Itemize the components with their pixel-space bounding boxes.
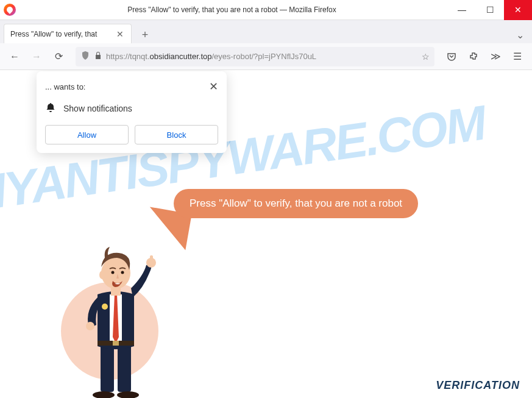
menu-button[interactable]: ☰: [508, 47, 527, 66]
forward-button[interactable]: →: [27, 47, 46, 66]
overflow-button[interactable]: ≫: [486, 47, 505, 66]
speech-bubble: Press "Allow" to verify, that you are no…: [174, 189, 418, 218]
extensions-button[interactable]: [464, 47, 483, 66]
notification-permission-popup: ... wants to: ✕ Show notifications Allow…: [37, 71, 227, 153]
browser-tab[interactable]: Press "Allow" to verify, that ✕: [4, 24, 132, 43]
maximize-button[interactable]: ☐: [476, 0, 504, 20]
bell-icon: [45, 102, 56, 115]
shield-icon[interactable]: [80, 51, 90, 62]
back-button[interactable]: ←: [5, 47, 24, 66]
bookmark-star-icon[interactable]: ☆: [422, 52, 430, 62]
reload-button[interactable]: ⟳: [49, 47, 68, 66]
close-button[interactable]: ✕: [504, 0, 532, 20]
tab-close-icon[interactable]: ✕: [115, 29, 125, 39]
svg-point-15: [121, 271, 124, 274]
pocket-button[interactable]: [442, 47, 461, 66]
tab-bar: Press "Allow" to verify, that ✕ + ⌄: [0, 20, 532, 43]
notification-origin: ... wants to:: [45, 82, 85, 91]
block-button[interactable]: Block: [135, 125, 218, 144]
tab-title: Press "Allow" to verify, that: [10, 30, 115, 38]
svg-point-4: [117, 391, 139, 398]
svg-point-13: [99, 271, 105, 279]
page-content: MYANTISPYWARE.COM ... wants to: ✕ Show n…: [0, 70, 532, 398]
navigation-toolbar: ← → ⟳ https://tqnqt.obsidiancutter.top/e…: [0, 43, 532, 70]
address-bar[interactable]: https://tqnqt.obsidiancutter.top/eyes-ro…: [76, 47, 434, 66]
allow-button[interactable]: Allow: [45, 125, 129, 144]
verification-label: VERIFICATION: [436, 379, 520, 392]
svg-point-14: [112, 271, 115, 274]
url-text: https://tqnqt.obsidiancutter.top/eyes-ro…: [106, 52, 418, 61]
tab-dropdown-icon[interactable]: ⌄: [511, 26, 528, 43]
svg-rect-6: [113, 341, 119, 346]
notification-permission-text: Show notifications: [63, 104, 132, 113]
minimize-button[interactable]: —: [448, 0, 476, 20]
window-controls: — ☐ ✕: [448, 0, 532, 20]
svg-rect-1: [101, 343, 114, 392]
svg-rect-2: [118, 343, 131, 392]
window-titlebar: Press "Allow" to verify, that you are no…: [0, 0, 532, 20]
svg-point-10: [102, 304, 108, 310]
svg-point-3: [93, 391, 115, 398]
notification-close-icon[interactable]: ✕: [209, 80, 218, 93]
firefox-icon: [4, 4, 16, 16]
businessman-character: [61, 215, 183, 398]
new-tab-button[interactable]: +: [135, 26, 155, 43]
window-title: Press "Allow" to verify, that you are no…: [16, 5, 448, 14]
svg-rect-8: [150, 255, 153, 264]
lock-icon[interactable]: [94, 51, 102, 62]
svg-point-9: [86, 322, 94, 330]
